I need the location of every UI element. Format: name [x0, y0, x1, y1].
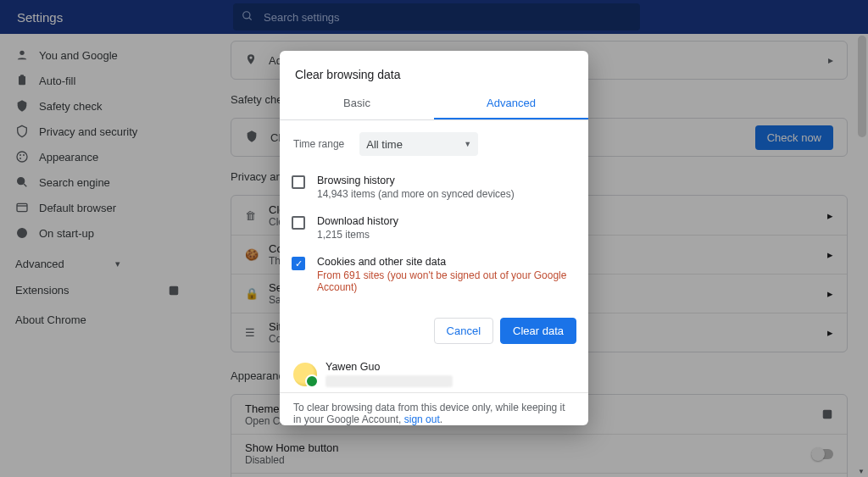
tab-advanced[interactable]: Advanced	[434, 90, 588, 119]
dialog-footnote: To clear browsing data from this device …	[280, 392, 588, 425]
dialog-buttons: Cancel Clear data	[280, 307, 588, 354]
account-email-redacted	[326, 375, 453, 387]
dropdown-triangle-icon: ▼	[464, 140, 471, 148]
option-download-history[interactable]: Download history1,215 items	[292, 208, 578, 249]
clear-browsing-data-dialog: Clear browsing data Basic Advanced Time …	[280, 51, 588, 425]
cancel-button[interactable]: Cancel	[434, 318, 493, 344]
checkbox[interactable]	[292, 175, 305, 189]
sign-out-link[interactable]: sign out	[404, 413, 440, 425]
time-range-value: All time	[366, 138, 403, 151]
options-list[interactable]: Browsing history14,943 items (and more o…	[280, 168, 588, 307]
account-name: Yawen Guo	[326, 361, 453, 373]
clear-data-button[interactable]: Clear data	[500, 318, 576, 344]
tab-basic[interactable]: Basic	[280, 90, 434, 119]
time-range-select[interactable]: All time ▼	[359, 132, 478, 156]
avatar	[293, 363, 317, 386]
dialog-tabs: Basic Advanced	[280, 90, 588, 120]
checkbox[interactable]	[292, 216, 305, 230]
option-cookies[interactable]: ✓ Cookies and other site dataFrom 691 si…	[292, 249, 578, 302]
time-range-label: Time range	[293, 138, 344, 150]
option-browsing-history[interactable]: Browsing history14,943 items (and more o…	[292, 168, 578, 208]
dialog-title: Clear browsing data	[280, 51, 588, 90]
account-box: Yawen Guo	[280, 354, 588, 392]
checkbox[interactable]: ✓	[292, 257, 305, 270]
